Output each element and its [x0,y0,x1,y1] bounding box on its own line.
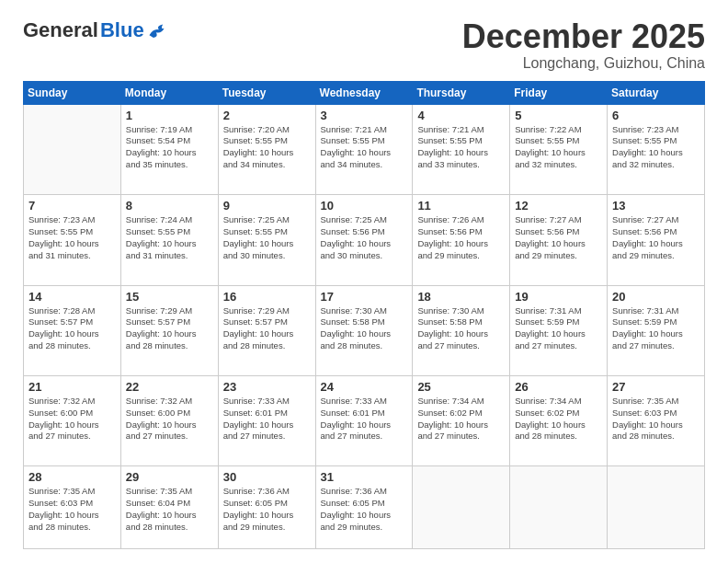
logo-text: GeneralBlue [23,18,168,42]
day-info: Sunrise: 7:24 AMSunset: 5:55 PMDaylight:… [126,214,213,261]
day-info: Sunrise: 7:23 AMSunset: 5:55 PMDaylight:… [612,124,700,171]
table-row: 13Sunrise: 7:27 AMSunset: 5:56 PMDayligh… [608,195,705,285]
day-number: 11 [417,199,505,213]
day-info: Sunrise: 7:35 AMSunset: 6:03 PMDaylight:… [28,486,116,533]
day-info: Sunrise: 7:20 AMSunset: 5:55 PMDaylight:… [223,124,311,171]
day-info: Sunrise: 7:31 AMSunset: 5:59 PMDaylight:… [515,305,602,352]
day-info: Sunrise: 7:21 AMSunset: 5:55 PMDaylight:… [417,124,505,171]
day-info: Sunrise: 7:33 AMSunset: 6:01 PMDaylight:… [223,396,311,442]
day-number: 8 [126,199,213,213]
month-title: December 2025 [462,18,705,55]
day-number: 5 [515,109,602,122]
table-row: 25Sunrise: 7:34 AMSunset: 6:02 PMDayligh… [413,376,510,466]
table-row: 18Sunrise: 7:30 AMSunset: 5:58 PMDayligh… [413,285,510,375]
table-row: 31Sunrise: 7:36 AMSunset: 6:05 PMDayligh… [315,466,413,549]
title-block: December 2025 Longchang, Guizhou, China [462,18,705,72]
day-number: 13 [612,199,700,213]
day-info: Sunrise: 7:23 AMSunset: 5:55 PMDaylight:… [28,214,116,261]
day-number: 29 [126,470,213,484]
day-info: Sunrise: 7:33 AMSunset: 6:01 PMDaylight:… [321,396,408,442]
table-row [413,466,510,549]
page: GeneralBlue December 2025 Longchang, Gui… [0,0,728,563]
table-row: 23Sunrise: 7:33 AMSunset: 6:01 PMDayligh… [218,376,315,466]
day-number: 17 [321,290,408,304]
day-number: 24 [321,380,408,394]
day-info: Sunrise: 7:19 AMSunset: 5:54 PMDaylight:… [126,124,213,171]
day-number: 14 [28,290,116,304]
day-info: Sunrise: 7:27 AMSunset: 5:56 PMDaylight:… [515,214,602,261]
table-row: 7Sunrise: 7:23 AMSunset: 5:55 PMDaylight… [24,195,121,285]
table-row: 27Sunrise: 7:35 AMSunset: 6:03 PMDayligh… [608,376,705,466]
table-row: 15Sunrise: 7:29 AMSunset: 5:57 PMDayligh… [120,285,218,375]
day-number: 18 [417,290,505,304]
table-row: 14Sunrise: 7:28 AMSunset: 5:57 PMDayligh… [24,285,121,375]
location: Longchang, Guizhou, China [462,55,705,72]
day-number: 22 [126,380,213,394]
table-row: 12Sunrise: 7:27 AMSunset: 5:56 PMDayligh… [510,195,608,285]
day-info: Sunrise: 7:32 AMSunset: 6:00 PMDaylight:… [28,396,116,442]
day-number: 4 [417,109,505,122]
day-number: 2 [223,109,311,122]
day-number: 15 [126,290,213,304]
calendar-header-row: Sunday Monday Tuesday Wednesday Thursday… [24,81,705,104]
day-number: 1 [126,109,213,122]
day-info: Sunrise: 7:32 AMSunset: 6:00 PMDaylight:… [126,396,213,442]
table-row: 3Sunrise: 7:21 AMSunset: 5:55 PMDaylight… [315,104,413,194]
table-row: 30Sunrise: 7:36 AMSunset: 6:05 PMDayligh… [218,466,315,549]
day-info: Sunrise: 7:25 AMSunset: 5:56 PMDaylight:… [321,214,408,261]
col-tuesday: Tuesday [218,81,315,104]
col-thursday: Thursday [413,81,510,104]
day-info: Sunrise: 7:36 AMSunset: 6:05 PMDaylight:… [223,486,311,533]
day-info: Sunrise: 7:30 AMSunset: 5:58 PMDaylight:… [417,305,505,352]
col-sunday: Sunday [24,81,121,104]
table-row: 17Sunrise: 7:30 AMSunset: 5:58 PMDayligh… [315,285,413,375]
logo: GeneralBlue [23,18,168,42]
col-monday: Monday [120,81,218,104]
logo-blue: Blue [100,18,144,42]
col-saturday: Saturday [608,81,705,104]
day-info: Sunrise: 7:21 AMSunset: 5:55 PMDaylight:… [321,124,408,171]
table-row [608,466,705,549]
table-row: 8Sunrise: 7:24 AMSunset: 5:55 PMDaylight… [120,195,218,285]
day-number: 16 [223,290,311,304]
table-row: 5Sunrise: 7:22 AMSunset: 5:55 PMDaylight… [510,104,608,194]
table-row: 22Sunrise: 7:32 AMSunset: 6:00 PMDayligh… [120,376,218,466]
day-number: 23 [223,380,311,394]
day-number: 28 [28,470,116,484]
day-info: Sunrise: 7:27 AMSunset: 5:56 PMDaylight:… [612,214,700,261]
day-number: 31 [321,470,408,484]
table-row: 26Sunrise: 7:34 AMSunset: 6:02 PMDayligh… [510,376,608,466]
table-row: 4Sunrise: 7:21 AMSunset: 5:55 PMDaylight… [413,104,510,194]
table-row: 2Sunrise: 7:20 AMSunset: 5:55 PMDaylight… [218,104,315,194]
day-number: 6 [612,109,700,122]
calendar-table: Sunday Monday Tuesday Wednesday Thursday… [23,81,705,549]
day-number: 25 [417,380,505,394]
table-row: 11Sunrise: 7:26 AMSunset: 5:56 PMDayligh… [413,195,510,285]
table-row: 24Sunrise: 7:33 AMSunset: 6:01 PMDayligh… [315,376,413,466]
table-row: 9Sunrise: 7:25 AMSunset: 5:55 PMDaylight… [218,195,315,285]
table-row: 20Sunrise: 7:31 AMSunset: 5:59 PMDayligh… [608,285,705,375]
logo-bird-icon [148,22,168,39]
day-info: Sunrise: 7:29 AMSunset: 5:57 PMDaylight:… [126,305,213,352]
day-number: 12 [515,199,602,213]
header: GeneralBlue December 2025 Longchang, Gui… [23,18,705,72]
logo-general: General [23,18,98,42]
day-number: 21 [28,380,116,394]
table-row [24,104,121,194]
day-number: 7 [28,199,116,213]
day-number: 3 [321,109,408,122]
col-wednesday: Wednesday [315,81,413,104]
day-number: 27 [612,380,700,394]
table-row: 29Sunrise: 7:35 AMSunset: 6:04 PMDayligh… [120,466,218,549]
day-info: Sunrise: 7:34 AMSunset: 6:02 PMDaylight:… [515,396,602,442]
table-row: 1Sunrise: 7:19 AMSunset: 5:54 PMDaylight… [120,104,218,194]
day-number: 26 [515,380,602,394]
table-row: 19Sunrise: 7:31 AMSunset: 5:59 PMDayligh… [510,285,608,375]
table-row: 21Sunrise: 7:32 AMSunset: 6:00 PMDayligh… [24,376,121,466]
table-row: 28Sunrise: 7:35 AMSunset: 6:03 PMDayligh… [24,466,121,549]
day-number: 20 [612,290,700,304]
day-info: Sunrise: 7:22 AMSunset: 5:55 PMDaylight:… [515,124,602,171]
table-row: 10Sunrise: 7:25 AMSunset: 5:56 PMDayligh… [315,195,413,285]
day-info: Sunrise: 7:35 AMSunset: 6:04 PMDaylight:… [126,486,213,533]
day-info: Sunrise: 7:28 AMSunset: 5:57 PMDaylight:… [28,305,116,352]
